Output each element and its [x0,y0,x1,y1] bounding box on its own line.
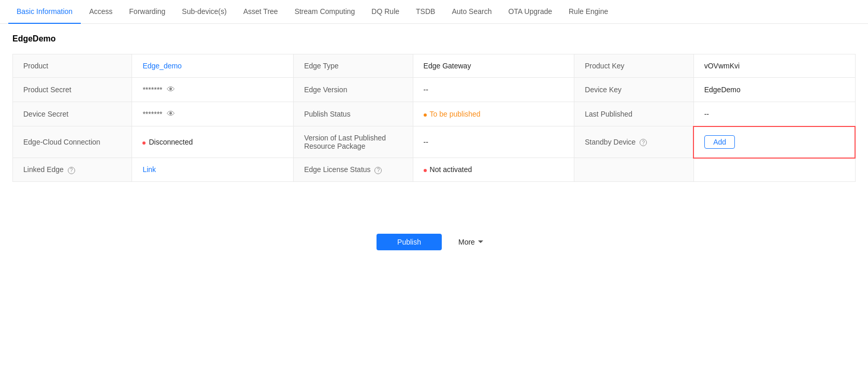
value-cell-3-2: -- [413,126,574,158]
question-icon[interactable]: ? [374,167,382,174]
chevron-down-icon [478,240,483,243]
value-cell-1-1: *******👁 [132,78,294,102]
label-cell-2-2: Publish Status [294,102,413,126]
table-row: Device Secret*******👁Publish StatusTo be… [13,102,856,126]
tab-asset-tree[interactable]: Asset Tree [235,0,286,24]
page-content: EdgeDemo ProductEdge_demoEdge TypeEdge G… [0,24,868,281]
status-dot-red [424,169,427,172]
question-icon[interactable]: ? [68,167,75,174]
status-dot-orange [424,113,427,117]
page-title: EdgeDemo [12,34,856,44]
label-cell-0-2: Edge Type [294,54,413,78]
plain-value: -- [424,138,428,146]
more-button[interactable]: More [450,234,491,250]
add-button[interactable]: Add [704,135,735,149]
plain-value: -- [704,110,709,118]
label-cell-3-2: Version of Last Published Resource Packa… [294,126,413,158]
value-cell-0-2: Edge Gateway [413,54,574,78]
tab-access[interactable]: Access [81,0,121,24]
table-row: Linked Edge ?LinkEdge License Status ?No… [13,158,856,182]
link-value[interactable]: Link [142,165,156,174]
tab-stream-computing[interactable]: Stream Computing [286,0,364,24]
publish-button[interactable]: Publish [377,234,442,250]
tab-dq-rule[interactable]: DQ Rule [363,0,408,24]
value-cell-1-2: -- [413,78,574,102]
plain-value: -- [424,86,428,94]
eye-icon[interactable]: 👁 [167,109,175,119]
table-row: Product Secret*******👁Edge Version--Devi… [13,78,856,102]
value-cell-0-1: Edge_demo [132,54,294,78]
info-table: ProductEdge_demoEdge TypeEdge GatewayPro… [12,54,856,182]
tab-sub-devices[interactable]: Sub-device(s) [173,0,235,24]
label-cell-4-3 [574,158,693,182]
more-label: More [458,238,475,246]
tab-forwarding[interactable]: Forwarding [121,0,173,24]
table-row: Edge-Cloud ConnectionDisconnectedVersion… [13,126,856,158]
tab-rule-engine[interactable]: Rule Engine [560,0,616,24]
tab-basic-information[interactable]: Basic Information [8,0,81,24]
table-row: ProductEdge_demoEdge TypeEdge GatewayPro… [13,54,856,78]
label-cell-4-2: Edge License Status ? [294,158,413,182]
tab-tsdb[interactable]: TSDB [408,0,443,24]
secret-text: ******* [142,86,162,94]
value-cell-4-1: Link [132,158,294,182]
status-text: To be published [430,110,481,118]
footer-actions: Publish More [12,213,856,271]
question-icon[interactable]: ? [640,139,647,146]
secret-text: ******* [142,110,162,118]
label-cell-4-1: Linked Edge ? [13,158,132,182]
value-cell-3-1: Disconnected [132,126,294,158]
value-cell-4-3 [693,158,855,182]
value-cell-2-2: To be published [413,102,574,126]
plain-value: EdgeDemo [704,86,741,94]
label-cell-1-2: Edge Version [294,78,413,102]
value-cell-4-2: Not activated [413,158,574,182]
value-cell-1-3: EdgeDemo [693,78,855,102]
status-text: Not activated [430,165,472,174]
label-cell-1-3: Device Key [574,78,693,102]
label-cell-3-1: Edge-Cloud Connection [13,126,132,158]
plain-value: Edge Gateway [424,62,471,70]
plain-value: vOVwmKvi [704,62,740,70]
label-cell-1-1: Product Secret [13,78,132,102]
tab-ota-upgrade[interactable]: OTA Upgrade [500,0,560,24]
label-cell-0-3: Product Key [574,54,693,78]
status-dot-red [142,141,146,145]
value-cell-2-3: -- [693,102,855,126]
label-cell-2-1: Device Secret [13,102,132,126]
value-cell-3-3: Add [693,126,855,158]
link-value[interactable]: Edge_demo [142,62,182,70]
value-cell-2-1: *******👁 [132,102,294,126]
label-cell-0-1: Product [13,54,132,78]
value-cell-0-3: vOVwmKvi [693,54,855,78]
label-cell-2-3: Last Published [574,102,693,126]
tabs-container: Basic InformationAccessForwardingSub-dev… [0,0,868,24]
eye-icon[interactable]: 👁 [167,85,175,94]
tab-auto-search[interactable]: Auto Search [443,0,500,24]
label-cell-3-3: Standby Device ? [574,126,693,158]
status-text: Disconnected [149,138,193,146]
